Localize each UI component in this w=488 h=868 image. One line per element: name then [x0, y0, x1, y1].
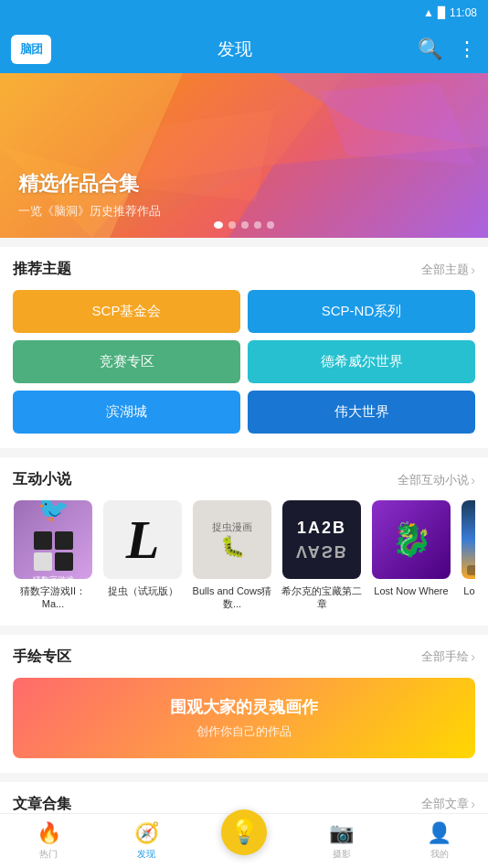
- themes-more-button[interactable]: 全部主题 ›: [421, 262, 475, 278]
- dot-1[interactable]: [214, 221, 223, 229]
- handdrawn-header: 手绘专区 全部手绘 ›: [13, 648, 475, 667]
- page-title: 发现: [217, 38, 252, 61]
- nav-item-discover[interactable]: 🧭 发现: [98, 821, 196, 861]
- novels-more-button[interactable]: 全部互动小说 ›: [398, 472, 475, 488]
- list-item[interactable]: L 捉虫（试玩版）: [102, 500, 183, 611]
- top-navigation: 脑团 发现 🔍 ⋮: [0, 26, 488, 73]
- dot-3[interactable]: [241, 221, 249, 229]
- nav-label-discover: 发现: [137, 848, 155, 861]
- battery-icon: ▉: [438, 6, 446, 19]
- handdrawn-banner[interactable]: 围观大家的灵魂画作 创作你自己的作品: [13, 678, 475, 758]
- handdrawn-banner-sub: 创作你自己的作品: [31, 723, 457, 740]
- user-icon: 👤: [427, 821, 451, 845]
- theme-btn-scp-nd[interactable]: SCP-ND系列: [248, 290, 475, 333]
- search-icon[interactable]: 🔍: [418, 38, 442, 61]
- novel-title-3: Bulls and Cows猜数...: [192, 584, 272, 611]
- chevron-icon: ›: [471, 797, 475, 811]
- articles-more-button[interactable]: 全部文章 ›: [421, 796, 475, 812]
- nav-label-hot: 热门: [39, 848, 58, 861]
- banner-subtitle: 一览《脑洞》历史推荐作品: [18, 203, 161, 220]
- novel-title-2: 捉虫（试玩版）: [102, 584, 183, 597]
- nav-item-hot[interactable]: 🔥 热门: [0, 821, 98, 861]
- create-center-button[interactable]: 💡: [221, 809, 267, 855]
- nav-label-profile: 我的: [430, 848, 449, 861]
- nav-item-photo[interactable]: 📷 摄影: [292, 821, 390, 861]
- novel-title-1: 猜数字游戏II：Ma...: [13, 584, 93, 611]
- novel-cover-4: 1A2B VASB: [282, 500, 361, 579]
- novel-title-4: 希尔克的宝藏第二章: [281, 584, 362, 611]
- list-item[interactable]: 捉虫漫画 🐛 Bulls and Cows猜数...: [192, 500, 272, 611]
- dot-4[interactable]: [254, 221, 261, 229]
- articles-title: 文章合集: [13, 795, 71, 814]
- nav-label-photo: 摄影: [333, 848, 351, 861]
- novel-cover-5: 🐉: [372, 500, 451, 579]
- novel-cover-3: 捉虫漫画 🐛: [193, 500, 271, 579]
- themes-header: 推荐主题 全部主题 ›: [13, 260, 475, 279]
- fire-icon: 🔥: [37, 821, 61, 845]
- chevron-icon: ›: [471, 263, 475, 277]
- banner-text-block: 精选作品合集 一览《脑洞》历史推荐作品: [18, 170, 161, 220]
- nav-actions: 🔍 ⋮: [418, 38, 477, 61]
- lightbulb-icon: 💡: [229, 818, 259, 846]
- chevron-icon: ›: [471, 473, 475, 488]
- themes-title: 推荐主题: [13, 260, 71, 279]
- list-item[interactable]: 🐉 Lost Now Where: [371, 500, 451, 611]
- novel-cover-6: 🚩 Lost Now: [461, 500, 475, 579]
- novel-list: 🐦 猜数字游戏 猜数字游戏II：Ma... L 捉虫（试玩: [13, 500, 475, 611]
- banner-title: 精选作品合集: [18, 170, 161, 198]
- handdrawn-section: 手绘专区 全部手绘 › 围观大家的灵魂画作 创作你自己的作品: [0, 635, 488, 773]
- wifi-icon: ▲: [423, 6, 434, 19]
- camera-icon: 📷: [329, 821, 354, 845]
- theme-btn-dehiwei[interactable]: 德希威尔世界: [248, 340, 475, 383]
- novels-title: 互动小说: [13, 470, 71, 489]
- dot-2[interactable]: [228, 221, 236, 229]
- list-item[interactable]: 🚩 Lost Now Lost Now Where: [461, 500, 475, 611]
- dot-5[interactable]: [267, 221, 274, 229]
- hero-banner[interactable]: 精选作品合集 一览《脑洞》历史推荐作品: [0, 73, 488, 238]
- theme-grid: SCP基金会 SCP-ND系列 竞赛专区 德希威尔世界 滨湖城 伟大世界: [13, 290, 475, 434]
- handdrawn-more-button[interactable]: 全部手绘 ›: [421, 648, 475, 665]
- status-icons: ▲ ▉ 11:08: [423, 6, 477, 19]
- themes-section: 推荐主题 全部主题 › SCP基金会 SCP-ND系列 竞赛专区 德希威尔世界 …: [0, 247, 488, 448]
- novel-cover-1: 🐦 猜数字游戏: [14, 500, 92, 579]
- novels-header: 互动小说 全部互动小说 ›: [13, 470, 475, 489]
- nav-item-create[interactable]: 💡: [196, 828, 293, 855]
- theme-btn-contest[interactable]: 竞赛专区: [13, 340, 240, 383]
- bottom-navigation: 🔥 热门 🧭 发现 💡 📷 摄影 👤 我的: [0, 813, 488, 868]
- chevron-icon: ›: [471, 649, 475, 664]
- handdrawn-banner-title: 围观大家的灵魂画作: [31, 696, 457, 718]
- novel-cover-2: L: [103, 500, 182, 579]
- theme-btn-binhu[interactable]: 滨湖城: [13, 391, 240, 434]
- nav-item-profile[interactable]: 👤 我的: [390, 821, 488, 861]
- theme-btn-great-world[interactable]: 伟大世界: [248, 391, 475, 434]
- theme-btn-scp[interactable]: SCP基金会: [13, 290, 240, 333]
- novel-title-5: Lost Now Where: [371, 584, 451, 597]
- banner-dots: [214, 221, 274, 229]
- status-bar: ▲ ▉ 11:08: [0, 0, 488, 26]
- list-item[interactable]: 1A2B VASB 希尔克的宝藏第二章: [281, 500, 362, 611]
- handdrawn-title: 手绘专区: [13, 648, 71, 667]
- compass-icon: 🧭: [134, 821, 159, 845]
- novel-title-6: Lost Now Where: [461, 584, 475, 597]
- time-display: 11:08: [450, 6, 477, 19]
- more-icon[interactable]: ⋮: [457, 38, 477, 61]
- app-logo[interactable]: 脑团: [11, 35, 51, 64]
- list-item[interactable]: 🐦 猜数字游戏 猜数字游戏II：Ma...: [13, 500, 93, 611]
- novels-section: 互动小说 全部互动小说 › 🐦 猜数字游戏 猜数字游戏I: [0, 457, 488, 626]
